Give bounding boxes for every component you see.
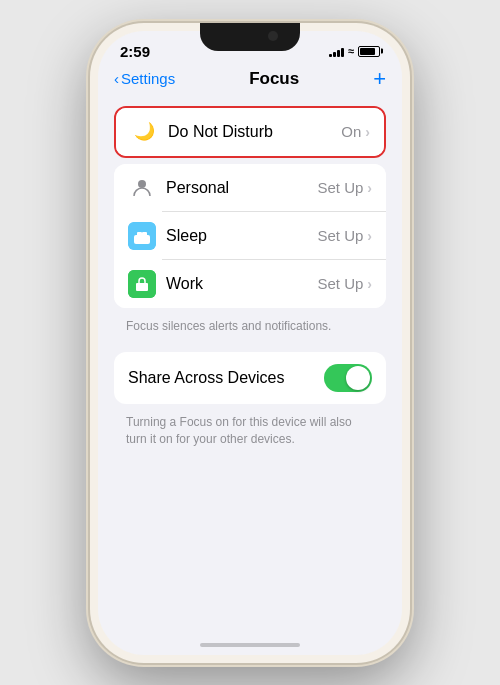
notch (200, 23, 300, 51)
personal-label: Personal (166, 179, 317, 197)
share-devices-label: Share Across Devices (128, 369, 324, 387)
work-icon (128, 270, 156, 298)
share-devices-toggle[interactable] (324, 364, 372, 392)
back-chevron-icon: ‹ (114, 70, 119, 87)
back-label: Settings (121, 70, 175, 87)
work-item[interactable]: Work Set Up › (114, 260, 386, 308)
svg-rect-3 (137, 232, 142, 237)
phone-screen: 2:59 ≈ ‹ Settings Focus + (98, 31, 402, 655)
focus-items-group: Personal Set Up › Sleep Set Up (114, 164, 386, 308)
personal-item[interactable]: Personal Set Up › (114, 164, 386, 212)
focus-caption: Focus silences alerts and notifications. (98, 314, 402, 345)
sleep-chevron-icon: › (367, 228, 372, 244)
do-not-disturb-label: Do Not Disturb (168, 123, 341, 141)
svg-point-0 (138, 180, 146, 188)
work-value: Set Up (317, 275, 363, 292)
camera-dot (268, 31, 278, 41)
sleep-item[interactable]: Sleep Set Up › (114, 212, 386, 260)
signal-icon (329, 46, 344, 57)
battery-icon (358, 46, 380, 57)
do-not-disturb-value: On (341, 123, 361, 140)
share-devices-caption: Turning a Focus on for this device will … (98, 410, 402, 458)
personal-value: Set Up (317, 179, 363, 196)
sleep-label: Sleep (166, 227, 317, 245)
personal-chevron-icon: › (367, 180, 372, 196)
share-devices-item: Share Across Devices (114, 352, 386, 404)
svg-rect-4 (142, 232, 147, 237)
nav-bar: ‹ Settings Focus + (98, 64, 402, 98)
home-indicator (200, 643, 300, 647)
svg-rect-6 (136, 283, 148, 291)
work-label: Work (166, 275, 317, 293)
toggle-knob (346, 366, 370, 390)
share-devices-group: Share Across Devices (114, 352, 386, 404)
sleep-icon (128, 222, 156, 250)
back-button[interactable]: ‹ Settings (114, 70, 175, 87)
status-time: 2:59 (120, 43, 150, 60)
do-not-disturb-item[interactable]: 🌙 Do Not Disturb On › (116, 108, 384, 156)
page-title: Focus (249, 69, 299, 89)
status-icons: ≈ (329, 45, 380, 57)
person-icon (128, 174, 156, 202)
wifi-icon: ≈ (348, 45, 354, 57)
add-button[interactable]: + (373, 68, 386, 90)
svg-rect-2 (134, 235, 150, 244)
phone-frame: 2:59 ≈ ‹ Settings Focus + (90, 23, 410, 663)
sleep-value: Set Up (317, 227, 363, 244)
work-chevron-icon: › (367, 276, 372, 292)
do-not-disturb-group: 🌙 Do Not Disturb On › (114, 106, 386, 158)
do-not-disturb-chevron-icon: › (365, 124, 370, 140)
content-area: 🌙 Do Not Disturb On › Personal (98, 98, 402, 466)
moon-icon: 🌙 (130, 118, 158, 146)
